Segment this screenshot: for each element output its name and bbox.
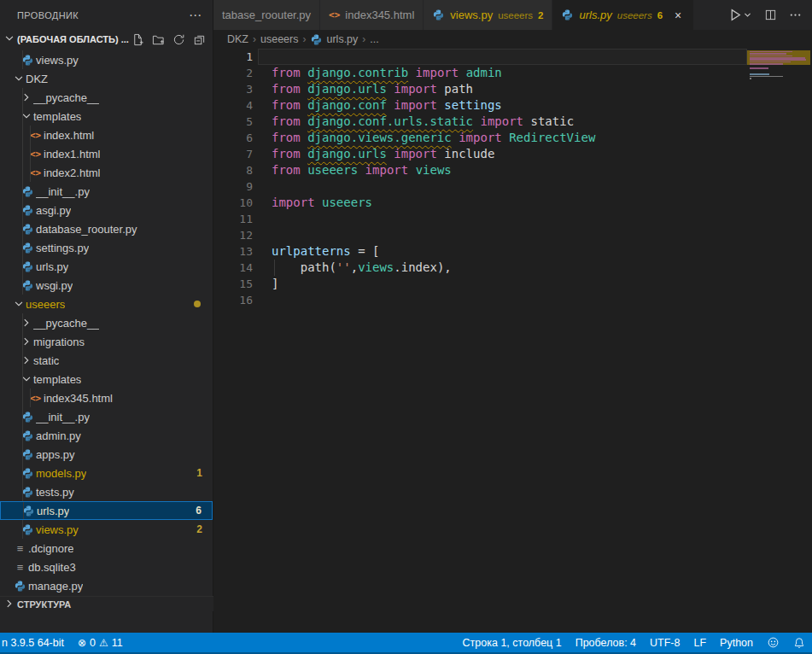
indent-guide — [22, 388, 23, 407]
code-line-14[interactable]: path('',views.index), — [272, 260, 747, 276]
tree-file--init-py[interactable]: __init__.py — [0, 407, 213, 426]
line-number: 10 — [213, 195, 253, 211]
outline-section-header[interactable]: СТРУКТУРА — [0, 596, 213, 611]
code-line-6[interactable]: from django.views.generic import Redirec… — [272, 130, 747, 146]
new-file-icon[interactable] — [131, 33, 144, 46]
tab-views-py[interactable]: views.pyuseeers2 — [424, 0, 552, 30]
minimap[interactable] — [747, 49, 812, 633]
code-line-1[interactable] — [272, 49, 747, 65]
new-folder-icon[interactable] — [152, 33, 165, 46]
problems-status[interactable]: ⊗0 ⚠11 — [71, 633, 130, 652]
tree-file-asgi-py[interactable]: asgi.py — [0, 201, 213, 219]
tree-file-urls-py[interactable]: urls.py — [0, 257, 213, 276]
code-line-2[interactable]: from django.contrib import admin — [272, 65, 747, 81]
workspace-section-header[interactable]: (РАБОЧАЯ ОБЛАСТЬ) ... — [0, 30, 213, 49]
split-editor-icon[interactable] — [764, 9, 777, 21]
code-line-8[interactable]: from useeers import views — [272, 162, 747, 178]
tree-item-label: migrations — [33, 336, 85, 348]
tree-file-views-py[interactable]: views.py2 — [0, 520, 213, 539]
tree-file-wsgi-py[interactable]: wsgi.py — [0, 276, 213, 295]
code-content[interactable]: from django.contrib import adminfrom dja… — [272, 49, 747, 308]
collapse-all-icon[interactable] — [193, 33, 206, 46]
tree-folder-dkz[interactable]: DKZ — [0, 69, 213, 88]
close-icon[interactable]: × — [671, 9, 685, 22]
indent-guide — [22, 313, 23, 332]
breadcrumb-item[interactable]: DKZ — [227, 33, 248, 45]
more-actions-icon[interactable] — [789, 9, 802, 21]
code-line-7[interactable]: from django.urls import include — [272, 146, 747, 162]
new-file-icon[interactable] — [131, 33, 144, 46]
feedback-status[interactable] — [760, 633, 786, 652]
cursor-position-status[interactable]: Строка 1, столбец 1 — [456, 633, 569, 652]
new-folder-icon[interactable] — [152, 33, 165, 46]
tree-file-index2-html[interactable]: <>index2.html — [0, 163, 213, 182]
code-editor[interactable]: 12345678910111213141516 from django.cont… — [213, 49, 812, 633]
indent-guide — [22, 520, 23, 539]
tree-file-manage-py[interactable]: manage.py — [0, 576, 213, 595]
feedback-icon[interactable] — [767, 636, 780, 649]
line-number: 16 — [213, 292, 253, 308]
code-line-4[interactable]: from django.conf import settings — [272, 97, 747, 114]
bell-icon[interactable] — [793, 637, 805, 649]
collapse-all-icon[interactable] — [193, 33, 206, 46]
tree-file-admin-py[interactable]: admin.py — [0, 426, 213, 445]
tree-folder--pycache-[interactable]: __pycache__ — [0, 313, 213, 332]
code-line-11[interactable] — [272, 211, 747, 227]
tree-file--dcignore[interactable]: ≡.dcignore — [0, 539, 213, 558]
tab-urls-py[interactable]: urls.pyuseeers6× — [552, 0, 694, 30]
tree-file-apps-py[interactable]: apps.py — [0, 445, 213, 464]
tree-file--init-py[interactable]: __init__.py — [0, 182, 213, 201]
tree-file-index345-html[interactable]: <>index345.html — [0, 388, 213, 407]
code-line-16[interactable] — [272, 292, 747, 308]
python-version-status[interactable]: n 3.9.5 64-bit — [0, 633, 71, 652]
breadcrumb-item[interactable]: urls.py — [310, 33, 358, 46]
run-button[interactable] — [728, 8, 752, 22]
tree-item-label: index.html — [44, 129, 94, 142]
code-line-13[interactable]: urlpatterns = [ — [272, 243, 747, 260]
tree-file-db-sqlite3[interactable]: ≡db.sqlite3 — [0, 558, 213, 576]
encoding-status[interactable]: UTF-8 — [643, 633, 686, 652]
code-line-15[interactable]: ] — [272, 276, 747, 292]
tree-file-index-html[interactable]: <>index.html — [0, 126, 213, 144]
tree-folder-useeers[interactable]: useeers — [0, 295, 213, 313]
tree-file-database-roouter-py[interactable]: database_roouter.py — [0, 219, 213, 238]
tree-file-tests-py[interactable]: tests.py — [0, 482, 213, 501]
indent-guide — [30, 144, 31, 163]
line-number: 14 — [213, 260, 253, 276]
tree-file-settings-py[interactable]: settings.py — [0, 238, 213, 257]
code-line-3[interactable]: from django.urls import path — [272, 81, 747, 97]
tree-folder-migrations[interactable]: migrations — [0, 332, 213, 351]
breadcrumb-item[interactable]: useeers — [260, 33, 298, 45]
tree-folder-static[interactable]: static — [0, 351, 213, 370]
code-line-10[interactable]: import useeers — [272, 195, 747, 211]
tree-file-models-py[interactable]: models.py1 — [0, 464, 213, 482]
code-line-12[interactable] — [272, 227, 747, 243]
tree-file-index1-html[interactable]: <>index1.html — [0, 144, 213, 163]
minimap-line — [750, 59, 806, 61]
tree-file-urls-py[interactable]: urls.py6 — [0, 501, 213, 520]
eol-status[interactable]: LF — [686, 633, 713, 652]
indentation-status[interactable]: Пробелов: 4 — [569, 633, 643, 652]
indent-guide — [22, 144, 23, 163]
run-dropdown-icon[interactable] — [743, 10, 752, 20]
more-actions-button[interactable] — [789, 9, 802, 21]
tree-folder-templates[interactable]: templates — [0, 107, 213, 126]
code-line-5[interactable]: from django.conf.urls.static import stat… — [272, 114, 747, 130]
indent-guide — [22, 107, 23, 126]
tree-folder--pycache-[interactable]: __pycache__ — [0, 88, 213, 107]
explorer-more-icon[interactable]: ⋯ — [189, 11, 202, 20]
tree-file-views-py[interactable]: views.py — [0, 50, 213, 69]
refresh-icon[interactable] — [172, 33, 185, 46]
tab-index345-html[interactable]: <>index345.html — [320, 0, 424, 30]
run-icon[interactable] — [728, 8, 743, 22]
explorer-title: ПРОВОДНИК — [17, 10, 79, 20]
split-editor-button[interactable] — [764, 9, 777, 21]
minimap-line — [750, 63, 783, 65]
language-mode-status[interactable]: Python — [713, 633, 760, 652]
notifications-status[interactable] — [786, 633, 812, 652]
tree-folder-templates[interactable]: templates — [0, 370, 213, 388]
code-line-9[interactable] — [272, 178, 747, 195]
refresh-icon[interactable] — [172, 33, 185, 46]
tab-tabase-roouter-py[interactable]: tabase_roouter.py — [213, 0, 320, 30]
breadcrumb-item[interactable]: ... — [370, 33, 378, 45]
